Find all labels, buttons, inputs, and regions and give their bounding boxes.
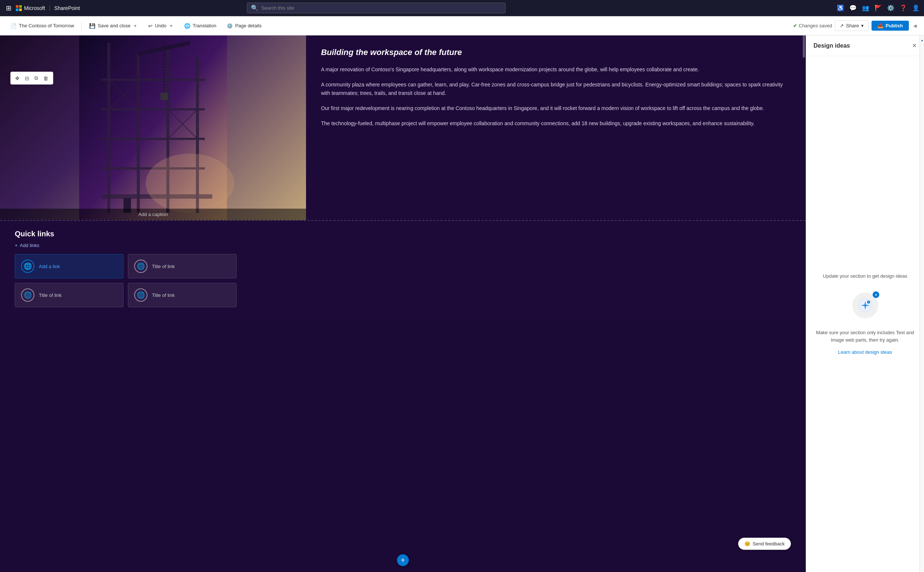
text-pane: Building the workspace of the future A m… [306,36,806,220]
search-input[interactable] [261,5,502,11]
toolbar-collapse-icon[interactable]: ◀ [912,22,918,30]
globe-icon-2: 🌐 [21,288,34,302]
feedback-label: Send feedback [753,541,785,547]
waffle-icon[interactable]: ⊞ [5,3,13,14]
design-panel-body: Update your section to get design ideas … [806,56,924,572]
flag-icon[interactable]: 🚩 [874,5,882,11]
paragraph-4[interactable]: The technology-fueled, multiphase projec… [321,119,791,128]
design-panel-title: Design ideas [813,42,850,49]
design-panel-close-button[interactable]: × [912,41,916,50]
app-name[interactable]: SharePoint [50,5,80,11]
design-description: Make sure your section only includes Tex… [815,329,915,344]
svg-point-18 [146,154,234,213]
globe-icon-3: 🌐 [134,288,148,302]
globe-icon-add: 🌐 [21,260,34,273]
accent-dot [921,40,923,41]
caption-text[interactable]: Add a caption [138,211,168,217]
undo-button[interactable]: ↩ Undo ▾ [144,20,178,32]
quick-link-card-3[interactable]: 🌐 Title of link [128,283,237,307]
side-accent-strip [919,36,924,572]
chat-icon[interactable]: 💬 [849,5,857,11]
toolbar-separator-1 [81,22,82,30]
paragraph-3[interactable]: Our first major redevelopment is nearing… [321,104,791,113]
sparkle-svg [858,298,873,313]
move-button[interactable]: ✥ [13,74,22,83]
paragraph-1[interactable]: A major renovation of Contoso's Singapor… [321,65,791,74]
caption-bar[interactable]: Add a caption [0,209,306,220]
page-indicator-icon: 📄 [10,23,17,29]
translation-icon: 🌐 [184,23,190,29]
top-navigation: ⊞ Microsoft SharePoint 🔍 ♿ 💬 👥 🚩 ⚙️ ❓ 👤 [0,0,924,16]
web-part-section: Add a caption Building the workspace of … [0,36,806,220]
section-heading[interactable]: Building the workspace of the future [321,47,791,58]
people-icon[interactable]: 👥 [862,5,869,11]
quick-links-grid: 🌐 Add a link 🌐 Title of link 🌐 Title of … [15,254,237,307]
check-icon: ✔ [793,23,797,28]
save-dropdown-icon[interactable]: ▾ [133,22,138,30]
paragraph-2[interactable]: A community plaza where employees can ga… [321,81,791,98]
learn-design-ideas-link[interactable]: Learn about design ideas [838,349,892,355]
scrollbar-track[interactable] [802,36,806,572]
share-button[interactable]: ↗ Share ▾ [835,20,869,31]
globe-icon-1: 🌐 [134,260,148,273]
share-icon: ↗ [840,23,844,28]
ms-red [16,5,19,8]
ms-logo: Microsoft [16,5,45,11]
link-label-1: Title of link [152,264,175,269]
copy-button[interactable]: ⧉ [32,73,40,83]
accessibility-icon[interactable]: ♿ [837,5,844,11]
save-and-close-button[interactable]: 💾 Save and close ▾ [85,20,142,32]
feedback-icon: 😊 [744,541,750,547]
search-bar[interactable]: 🔍 [247,3,506,13]
design-bulb-icon: ✦ [851,291,880,320]
undo-dropdown-icon[interactable]: ▾ [168,22,174,30]
add-links-button[interactable]: + Add links [15,242,791,248]
scaffold-svg [0,36,306,220]
nav-right-icons: ♿ 💬 👥 🚩 ⚙️ ❓ 👤 [837,5,919,11]
quick-link-card-1[interactable]: 🌐 Title of link [128,254,237,278]
edit-settings-button[interactable]: ⊟ [23,74,31,83]
image-pane[interactable]: Add a caption [0,36,306,220]
search-icon: 🔍 [251,5,259,11]
link-label-2: Title of link [39,292,62,298]
add-section-button[interactable]: + [397,554,409,566]
edit-toolbar-bar: 📄 The Contoso of Tomorrow 💾 Save and clo… [0,16,924,36]
delete-button[interactable]: 🗑 [41,74,51,83]
quick-links-title: Quick links [15,230,791,238]
quick-link-add-card[interactable]: 🌐 Add a link [15,254,123,278]
translation-label: Translation [193,23,216,28]
page-icon: 📄 The Contoso of Tomorrow [6,21,78,31]
share-dropdown-icon[interactable]: ▾ [861,23,864,28]
user-avatar[interactable]: 👤 [912,5,919,11]
ms-green [19,5,22,8]
toolbar-right: ✔ Changes saved ↗ Share ▾ 📤 Publish ◀ [793,20,918,31]
svg-rect-11 [160,93,168,100]
publish-button[interactable]: 📤 Publish [871,21,909,31]
page-name[interactable]: The Contoso of Tomorrow [19,23,74,28]
save-close-label: Save and close [98,23,131,28]
publish-icon: 📤 [877,23,883,28]
main-wrapper: ✥ ⊟ ⧉ 🗑 [0,36,924,572]
add-links-label: Add links [20,242,39,248]
design-subtitle: Update your section to get design ideas [823,273,907,279]
content-area[interactable]: Add a caption Building the workspace of … [0,36,806,572]
link-label-3: Title of link [152,292,175,298]
undo-label: Undo [155,23,166,28]
changes-saved-indicator: ✔ Changes saved [793,23,832,28]
save-icon: 💾 [89,23,95,29]
translation-button[interactable]: 🌐 Translation [180,21,221,31]
send-feedback-button[interactable]: 😊 Send feedback [738,538,791,550]
page-details-button[interactable]: ⚙️ Page details [222,21,266,31]
add-link-label: Add a link [39,264,60,269]
settings-icon[interactable]: ⚙️ [887,5,894,11]
design-panel-header: Design ideas × [806,36,924,56]
scrollbar-thumb[interactable] [803,36,805,58]
page-details-label: Page details [235,23,262,28]
quick-link-card-2[interactable]: 🌐 Title of link [15,283,123,307]
help-icon[interactable]: ❓ [900,5,907,11]
share-label: Share [846,23,859,28]
construction-image [0,36,306,220]
ms-logo-text: Microsoft [24,5,45,11]
publish-label: Publish [885,23,903,28]
design-sparkle-badge: ✦ [873,291,879,298]
